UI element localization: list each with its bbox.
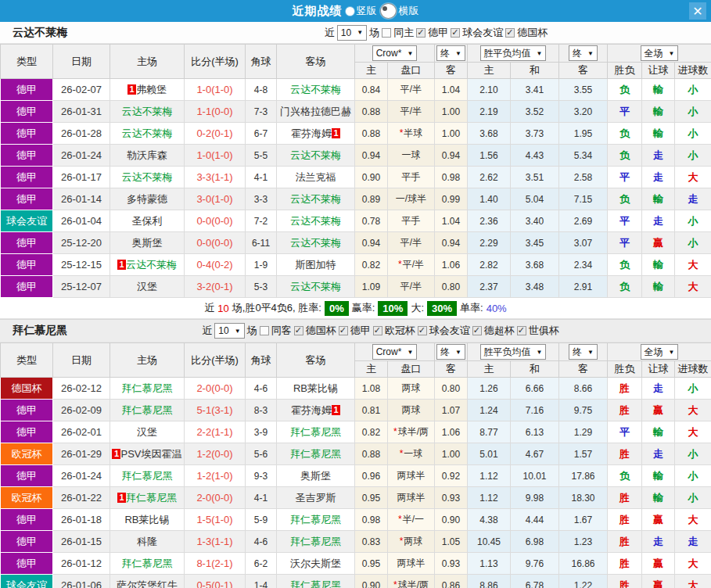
team-name-text: 云达不莱梅 [290,281,341,292]
avg-draw: 4.43 [511,145,559,167]
result-wdl: 胜 [608,487,642,509]
select-value: 全场 [645,346,663,359]
avg-away: 18.30 [559,487,608,509]
match-score: 1-0(1-0) [185,145,246,167]
same-venue-checkbox[interactable] [382,28,391,38]
league-filter-checkbox[interactable] [418,326,427,335]
sub-col-header: 让球 [642,63,675,79]
avg-odds-select[interactable]: 胜平负均值▼ [480,344,547,360]
handicap-line: 两球 [388,378,435,400]
result-handicap: 輸 [642,421,675,443]
red-card-badge: 1 [332,128,340,138]
odds-away: 1.06 [435,254,468,276]
team-section-1: 云达不莱梅近10▼场同主德甲球会友谊德国杯类型日期主场比分(半场)角球客场Cro… [0,22,711,319]
handicap-line: 两球半 [388,553,435,575]
odds-home: 0.88 [355,123,388,145]
home-team: 云达不莱梅 [110,101,185,123]
league-filter-checkbox[interactable] [339,326,348,335]
odds-home: 0.89 [355,188,388,210]
away-team: 奥斯堡 [277,465,355,487]
select-value: 10 [341,27,351,38]
col-header: 比分(半场) [185,343,246,378]
match-score: 2-0(0-0) [185,378,246,400]
period-select[interactable]: 全场▼ [641,344,679,360]
close-button[interactable]: ✕ [689,2,706,20]
recent-count-select[interactable]: 10▼ [214,323,244,339]
odds-away: 0.94 [435,232,468,254]
result-goals: 走 [675,188,711,210]
avg-draw: 9.76 [511,553,559,575]
league-filter-checkbox[interactable] [517,326,526,335]
match-date: 25-12-15 [53,254,110,276]
league-badge: 德国杯 [1,378,53,400]
odds-home: 0.78 [355,210,388,232]
result-goals: 小 [675,465,711,487]
odds-company-select[interactable]: Crow*▼ [372,344,418,360]
league-badge: 德甲 [1,232,53,254]
league-badge: 球会友谊 [1,575,53,588]
sub-col-header: 让球 [642,361,675,378]
avg-odds-select[interactable]: 胜平负均值▼ [480,45,547,61]
team-name: 云达不莱梅 [13,26,67,40]
result-goals: 大 [675,509,711,531]
league-badge: 德甲 [1,167,53,188]
home-team: 奥斯堡 [110,232,185,254]
away-team: 拜仁慕尼黑 [277,443,355,465]
handicap-line: *球半/两 [388,421,435,443]
chevron-down-icon: ▼ [587,349,594,356]
team-section-2: 拜仁慕尼黑近10▼场同客德国杯德甲欧冠杯球会友谊德超杯世俱杯类型日期主场比分(半… [0,319,711,588]
odds-away: 1.06 [435,421,468,443]
league-filter-checkbox[interactable] [505,28,515,38]
avg-away: 16.86 [559,553,608,575]
odds-time-select[interactable]: 终▼ [436,45,465,61]
asterisk-mark: * [398,259,402,270]
recent-count-select[interactable]: 10▼ [337,25,367,41]
result-wdl: 负 [608,276,642,298]
period-select[interactable]: 全场▼ [641,45,679,61]
odds-time-select[interactable]: 终▼ [436,344,465,360]
col-header: 类型 [1,45,53,79]
select-value: 终 [440,47,450,60]
result-goals: 小 [675,443,711,465]
chevron-down-icon: ▼ [407,349,413,356]
avg-time-select[interactable]: 终▼ [569,45,598,61]
home-team: 圣保利 [110,210,185,232]
same-venue-checkbox[interactable] [260,326,269,335]
odds-company-select[interactable]: Crow*▼ [372,45,418,61]
avg-home: 5.01 [468,443,511,465]
home-team: 拜仁慕尼黑 [110,465,185,487]
team-name-text: 拜仁慕尼黑 [122,382,173,394]
avg-odds-cell: 胜平负均值▼ [468,45,559,63]
matches-label: 场 [247,324,257,338]
handicap-line: 平/半 [388,276,435,298]
sub-col-header: 胜负 [608,63,642,79]
avg-draw: 3.48 [511,276,559,298]
odds-away: 1.00 [435,123,468,145]
league-filter-checkbox[interactable] [373,326,382,335]
sub-col-header: 主 [468,361,511,378]
away-team: 拜仁慕尼黑 [277,509,355,531]
select-value: 10 [218,325,228,336]
odds-away: 1.00 [435,101,468,123]
handicap-text: 平/半 [400,281,422,292]
league-filter-checkbox[interactable] [451,28,460,38]
league-badge: 德甲 [1,553,53,575]
league-badge: 德甲 [1,276,53,298]
radio-layout-vertical[interactable] [346,7,354,16]
team-name-text: 拜仁慕尼黑 [290,514,341,525]
avg-away: 1.22 [559,575,608,588]
match-score: 0-4(0-2) [185,254,246,276]
summary-text: 赢率: [352,301,375,315]
league-badge: 欧冠杯 [1,487,53,509]
league-filter-checkbox[interactable] [416,28,426,38]
radio-layout-horizontal[interactable] [380,3,397,19]
radio-label: 竖版 [357,5,377,16]
match-score: 1-2(0-0) [185,443,246,465]
result-handicap: 走 [642,145,675,167]
league-filter-checkbox[interactable] [294,326,303,335]
avg-time-select[interactable]: 终▼ [569,344,598,360]
rate-badge: 0% [325,301,349,316]
avg-home: 1.12 [468,487,511,509]
league-filter-checkbox[interactable] [472,326,482,335]
chevron-down-icon: ▼ [357,29,363,36]
